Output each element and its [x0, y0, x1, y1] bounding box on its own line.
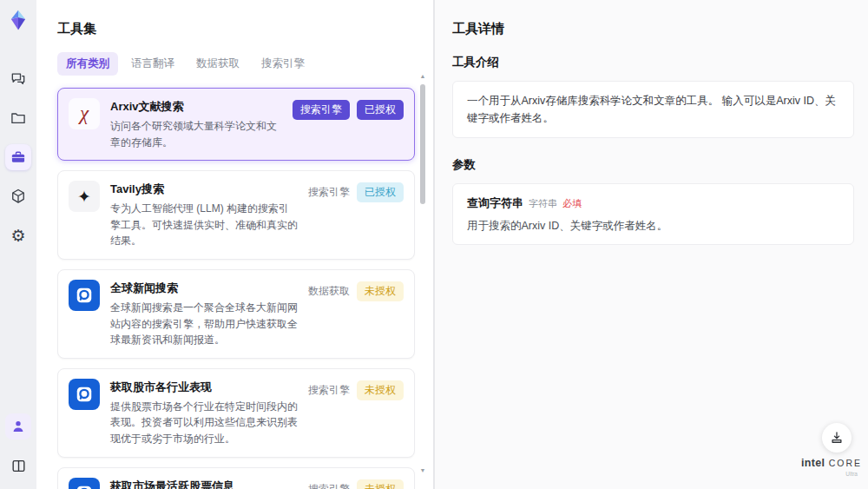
- tool-name: Tavily搜索: [110, 182, 298, 197]
- intro-text: 一个用于从Arxiv存储库搜索科学论文和文章的工具。 输入可以是Arxiv ID…: [467, 92, 839, 127]
- tool-name: Arxiv文献搜索: [110, 99, 282, 115]
- param-required-flag: 必填: [562, 198, 582, 208]
- scrollbar-thumb[interactable]: [420, 84, 425, 204]
- sidebar-item-chat[interactable]: [5, 66, 31, 92]
- tool-description: 专为人工智能代理 (LLM) 构建的搜索引擎工具。可快速提供实时、准确和真实的结…: [110, 201, 298, 249]
- sidebar-item-settings[interactable]: ⚙: [5, 222, 31, 248]
- parameter-box: 查询字符串字符串必填 用于搜索的Arxiv ID、关键字或作者姓名。: [452, 183, 854, 245]
- news-search-icon: [69, 280, 100, 311]
- gem-logo-icon: [7, 9, 30, 31]
- scroll-down-arrow-icon[interactable]: ▼: [418, 467, 427, 474]
- tab-data-fetch[interactable]: 数据获取: [187, 52, 248, 76]
- intro-box: 一个用于从Arxiv存储库搜索科学论文和文章的工具。 输入可以是Arxiv ID…: [452, 81, 854, 138]
- star-icon: ✦: [69, 181, 100, 212]
- param-type: 字符串: [529, 198, 557, 208]
- category-label: 搜索引擎: [308, 182, 350, 200]
- auth-status-badge: 未授权: [357, 380, 404, 400]
- list-scrollbar[interactable]: ▲ ▼: [418, 73, 427, 474]
- app-sidebar: ⚙: [0, 0, 36, 489]
- briefcase-icon: [10, 149, 27, 166]
- category-label: 搜索引擎: [308, 479, 350, 489]
- tool-card-arxiv[interactable]: χ Arxiv文献搜索 访问各个研究领域大量科学论文和文章的存储库。 搜索引擎 …: [57, 88, 415, 161]
- param-description: 用于搜索的Arxiv ID、关键字或作者姓名。: [467, 219, 839, 234]
- category-label: 数据获取: [308, 281, 350, 299]
- sidebar-bottom: [5, 413, 31, 479]
- tool-card-global-news[interactable]: 全球新闻搜索 全球新闻搜索是一个聚合全球各大新闻网站内容的搜索引擎，帮助用户快速…: [57, 269, 415, 359]
- download-button[interactable]: [822, 423, 852, 453]
- auth-status-badge: 未授权: [357, 479, 404, 489]
- stock-search-icon: [69, 478, 100, 489]
- stock-search-icon: [69, 379, 100, 410]
- sidebar-item-panel-toggle[interactable]: [5, 453, 31, 479]
- tool-description: 全球新闻搜索是一个聚合全球各大新闻网站内容的搜索引擎，帮助用户快速获取全球最新资…: [110, 300, 298, 348]
- tool-name: 获取股市各行业表现: [110, 380, 298, 395]
- chat-icon: [10, 70, 27, 88]
- tool-description: 访问各个研究领域大量科学论文和文章的存储库。: [110, 118, 282, 150]
- tool-description: 提供股票市场各个行业在特定时间段内的表现。投资者可以利用这些信息来识别表现优于或…: [110, 399, 298, 447]
- scroll-up-arrow-icon[interactable]: ▲: [418, 73, 427, 80]
- page-title: 工具集: [57, 21, 433, 37]
- category-badge: 搜索引擎: [293, 100, 350, 120]
- folder-icon: [10, 109, 27, 127]
- panel-layout-icon: [10, 458, 27, 474]
- intel-core-logo: intel CORE Ultra: [800, 454, 863, 477]
- brand-ultra: Ultra: [800, 471, 863, 477]
- param-name: 查询字符串: [467, 196, 523, 209]
- brand-intel: intel: [801, 457, 825, 469]
- intro-heading: 工具介绍: [452, 55, 854, 70]
- gear-icon: ⚙: [10, 228, 25, 244]
- sidebar-item-user[interactable]: [5, 413, 31, 439]
- tab-language-translation[interactable]: 语言翻译: [122, 52, 183, 76]
- tool-list-panel: 工具集 所有类别 语言翻译 数据获取 搜索引擎 χ Arxiv文献搜索 访问各个…: [36, 0, 434, 489]
- tab-all-categories[interactable]: 所有类别: [57, 52, 118, 76]
- sidebar-item-files[interactable]: [5, 105, 31, 131]
- tool-card-list: χ Arxiv文献搜索 访问各个研究领域大量科学论文和文章的存储库。 搜索引擎 …: [57, 88, 415, 489]
- category-label: 搜索引擎: [308, 380, 350, 398]
- sidebar-item-plugins[interactable]: [5, 183, 31, 209]
- download-icon: [829, 430, 845, 446]
- detail-title: 工具详情: [452, 21, 854, 37]
- category-tabs: 所有类别 语言翻译 数据获取 搜索引擎: [57, 52, 433, 76]
- app-logo[interactable]: [7, 9, 30, 31]
- tool-card-tavily[interactable]: ✦ Tavily搜索 专为人工智能代理 (LLM) 构建的搜索引擎工具。可快速提…: [57, 170, 415, 260]
- tool-name: 获取市场最活跃股票信息: [110, 479, 298, 489]
- tool-card-stock-sectors[interactable]: 获取股市各行业表现 提供股票市场各个行业在特定时间段内的表现。投资者可以利用这些…: [57, 368, 415, 458]
- auth-status-badge: 未授权: [357, 281, 404, 301]
- cube-icon: [10, 188, 27, 205]
- brand-core: CORE: [829, 458, 862, 468]
- sidebar-item-toolbox[interactable]: [5, 144, 31, 170]
- user-icon: [10, 419, 26, 434]
- arxiv-logo-icon: χ: [69, 98, 100, 129]
- auth-status-badge: 已授权: [357, 100, 404, 120]
- tool-card-active-stocks[interactable]: 获取市场最活跃股票信息 提供当天交易量最高的股票列表，投资者可以利用这些信息来识…: [57, 467, 415, 489]
- tool-name: 全球新闻搜索: [110, 281, 298, 296]
- tab-search-engine[interactable]: 搜索引擎: [253, 52, 313, 76]
- params-heading: 参数: [452, 157, 854, 173]
- tool-detail-panel: 工具详情 工具介绍 一个用于从Arxiv存储库搜索科学论文和文章的工具。 输入可…: [434, 0, 868, 489]
- auth-status-badge: 已授权: [357, 182, 404, 202]
- sidebar-nav: ⚙: [5, 66, 31, 261]
